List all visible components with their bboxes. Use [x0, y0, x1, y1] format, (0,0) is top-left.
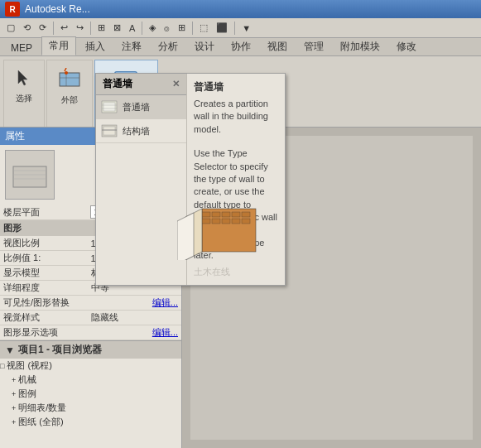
- exterior-label: 外部: [61, 94, 78, 106]
- tree-expand-mechanical: +: [12, 376, 16, 384]
- toolbar-btn-6[interactable]: ⊞: [94, 20, 108, 36]
- tab-charu[interactable]: 插入: [78, 37, 113, 55]
- tree-expand-legend: +: [12, 390, 16, 398]
- toolbar-btn-8[interactable]: A: [126, 20, 138, 36]
- tree-item-schedule[interactable]: + 明细表/数量: [0, 401, 181, 415]
- tree-expand-schedule: +: [12, 404, 16, 412]
- svg-rect-16: [103, 127, 115, 135]
- tooltip-line1: Creates a partition wall in the building…: [194, 98, 278, 136]
- project-browser-title: 项目1 - 项目浏览器: [18, 343, 102, 357]
- prop-thumbnail: [5, 150, 55, 200]
- prop-visual-style-row: 视觉样式 隐藏线: [0, 311, 181, 325]
- svg-line-5: [65, 68, 66, 71]
- tab-mep[interactable]: MEP: [3, 40, 40, 55]
- exterior-icon: [56, 66, 83, 93]
- ribbon-group-exterior: 外部: [46, 60, 93, 127]
- dropdown-header-text: 普通墙: [103, 77, 132, 91]
- toolbar-dropdown[interactable]: ▼: [238, 20, 254, 36]
- tree-legend-label: 图例: [18, 388, 36, 400]
- dropdown-list: 普通墙 ✕ 普通墙 结构墙: [96, 74, 187, 285]
- visibility-value[interactable]: 编辑...: [152, 296, 178, 309]
- title-bar: R Autodesk Re...: [0, 0, 481, 18]
- tree-item-mechanical[interactable]: + 机械: [0, 373, 181, 387]
- tab-fujiamokuai[interactable]: 附加模块: [333, 37, 387, 55]
- floor-plan-label: 楼层平面: [3, 206, 90, 219]
- svg-point-4: [65, 71, 68, 75]
- toolbar-btn-13[interactable]: ⬛: [213, 20, 231, 36]
- tab-changyong[interactable]: 常用: [41, 36, 76, 55]
- toolbar-row: ▢ ⟲ ⟳ ↩ ↪ ⊞ ⊠ A ◈ ⌾ ⊞ ⬚ ⬛ ▼: [0, 18, 481, 38]
- toolbar-btn-12[interactable]: ⬚: [196, 20, 211, 36]
- visibility-label: 可见性/图形替换: [3, 296, 152, 309]
- dropdown-panel: 普通墙 ✕ 普通墙 结构墙 普通墙 Creates a partition wa…: [95, 73, 286, 286]
- svg-rect-23: [242, 212, 250, 217]
- visual-style-value: 隐藏线: [91, 311, 179, 324]
- dropdown-item-struct-wall[interactable]: 结构墙: [96, 119, 186, 143]
- toolbar-btn-11[interactable]: ⊞: [175, 20, 189, 36]
- struct-wall-label: 结构墙: [123, 125, 150, 137]
- title-text: Autodesk Re...: [25, 3, 90, 15]
- prop-graphic-display-row: 图形显示选项 编辑...: [0, 325, 181, 340]
- toolbar-btn-3[interactable]: ⟳: [36, 20, 50, 36]
- visual-style-label: 视觉样式: [3, 311, 91, 324]
- select-button[interactable]: 选择: [10, 64, 38, 107]
- dropdown-item-normal-wall[interactable]: 普通墙: [96, 95, 186, 119]
- normal-wall-icon: [101, 99, 118, 115]
- toolbar-sep-3: [142, 22, 142, 35]
- tab-zhushi[interactable]: 注释: [114, 37, 149, 55]
- toolbar-btn-7[interactable]: ⊠: [110, 20, 124, 36]
- view-scale-label: 视图比例: [3, 237, 91, 249]
- scale-value-label: 比例值 1:: [3, 252, 91, 264]
- graphic-display-value[interactable]: 编辑...: [152, 326, 178, 339]
- tree-expand-views: □: [0, 362, 4, 370]
- ribbon-group-select: 选择: [3, 60, 45, 127]
- ribbon-tabs: MEP 常用 插入 注释 分析 设计 协作 视图 管理 附加模块 修改: [0, 38, 481, 56]
- svg-rect-12: [103, 103, 115, 111]
- struct-wall-icon: [101, 123, 118, 139]
- tree-item-views[interactable]: □ 视图 (视程): [0, 359, 181, 373]
- tree-item-legend[interactable]: + 图例: [0, 387, 181, 401]
- svg-rect-22: [232, 212, 240, 217]
- prop-visibility-row: 可见性/图形替换 编辑...: [0, 296, 181, 311]
- tree-item-sheets[interactable]: + 图纸 (全部): [0, 415, 181, 429]
- project-collapse-icon: ▼: [5, 344, 15, 356]
- graphic-display-label: 图形显示选项: [3, 326, 152, 339]
- tab-guanli[interactable]: 管理: [296, 37, 331, 55]
- svg-rect-19: [202, 212, 210, 217]
- tab-xiugai[interactable]: 修改: [389, 37, 424, 55]
- detail-level-label: 详细程度: [3, 282, 91, 294]
- svg-rect-31: [13, 166, 46, 187]
- svg-rect-24: [202, 219, 210, 224]
- tooltip-title: 普通墙: [194, 80, 278, 94]
- toolbar-btn-5[interactable]: ↪: [73, 20, 87, 36]
- toolbar-btn-10[interactable]: ⌾: [161, 20, 173, 36]
- svg-rect-25: [212, 219, 220, 224]
- dropdown-close-btn[interactable]: ✕: [172, 79, 180, 89]
- tab-sheji[interactable]: 设计: [187, 37, 222, 55]
- normal-wall-label: 普通墙: [123, 101, 150, 113]
- tab-shitu[interactable]: 视图: [260, 37, 295, 55]
- wall-illustration: [177, 200, 260, 260]
- properties-title: 属性: [5, 129, 25, 143]
- toolbar-sep-5: [234, 22, 235, 35]
- toolbar-btn-1[interactable]: ▢: [3, 20, 18, 36]
- tree-views-label: 视图 (视程): [7, 359, 51, 372]
- tree-mechanical-label: 机械: [18, 373, 36, 386]
- toolbar-sep-1: [53, 22, 54, 35]
- project-browser-panel: ▼ 项目1 - 项目浏览器 □ 视图 (视程) + 机械 + 图例 + 明细表/…: [0, 340, 182, 448]
- toolbar-btn-2[interactable]: ⟲: [20, 20, 34, 36]
- toolbar-btn-4[interactable]: ↩: [57, 20, 71, 36]
- project-browser-header[interactable]: ▼ 项目1 - 项目浏览器: [0, 341, 181, 359]
- svg-rect-20: [212, 212, 220, 217]
- exterior-button[interactable]: 外部: [52, 64, 87, 108]
- toolbar-sep-4: [192, 22, 193, 35]
- tab-fenxi[interactable]: 分析: [151, 37, 185, 55]
- svg-marker-0: [18, 70, 27, 85]
- app-logo: R: [5, 2, 20, 17]
- toolbar-btn-9[interactable]: ◈: [146, 20, 159, 36]
- svg-rect-27: [232, 219, 240, 224]
- tree-sheets-label: 图纸 (全部): [18, 416, 63, 428]
- tab-xiezuo[interactable]: 协作: [224, 37, 258, 55]
- svg-rect-21: [222, 212, 230, 217]
- select-label: 选择: [16, 93, 32, 104]
